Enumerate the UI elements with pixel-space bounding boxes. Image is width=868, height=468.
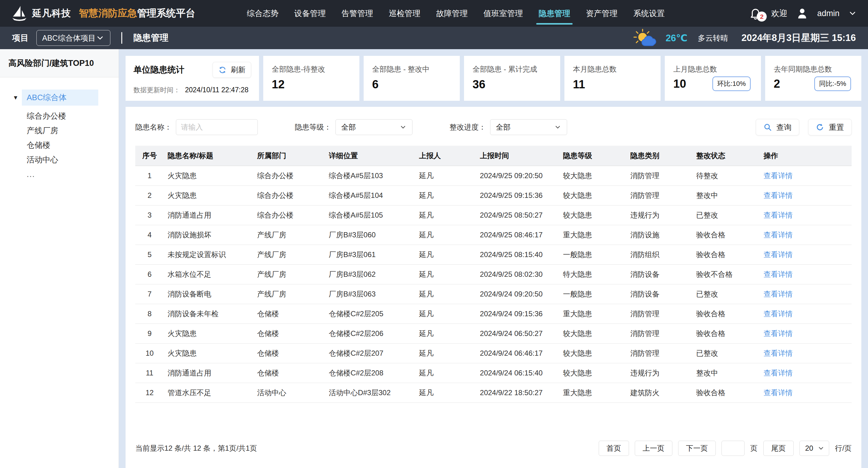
- datetime: 2024年8月3日星期三 15:16: [742, 32, 856, 44]
- cell-report-time: 2024/9/25 08:02:30: [476, 265, 559, 284]
- view-detail-link[interactable]: 查看详情: [764, 251, 793, 259]
- rows-per-page-label: 行/页: [835, 443, 851, 453]
- cell-title: 消防通道占用: [164, 363, 253, 383]
- level-select[interactable]: 全部: [335, 119, 412, 135]
- first-page-button[interactable]: 首页: [599, 441, 629, 456]
- nav-item[interactable]: 综合态势: [247, 1, 278, 26]
- view-detail-link[interactable]: 查看详情: [764, 231, 793, 239]
- column-header: 隐患名称/标题: [164, 146, 253, 166]
- cell-level: 重大隐患: [559, 304, 627, 324]
- progress-select[interactable]: 全部: [490, 119, 567, 135]
- cell-level: 一般隐患: [559, 245, 627, 265]
- cell-category: 消防设备: [627, 284, 692, 304]
- search-icon: [763, 123, 772, 131]
- stat-card-value: 12: [272, 78, 284, 91]
- cell-title: 火灾隐患: [164, 324, 253, 344]
- username[interactable]: admin: [817, 9, 839, 18]
- progress-filter-label: 整改进度：: [450, 122, 486, 132]
- filter-level-group: 隐患等级： 全部: [295, 119, 412, 135]
- refresh-button[interactable]: 刷新: [213, 62, 251, 78]
- table-row: 9火灾隐患仓储楼仓储楼C#2层206延凡2024/9/24 06:50:27较大…: [135, 324, 851, 344]
- view-detail-link[interactable]: 查看详情: [764, 172, 793, 180]
- cell-actions: 查看详情: [760, 166, 851, 186]
- chevron-down-icon: [96, 33, 105, 42]
- prev-page-button[interactable]: 上一页: [635, 441, 672, 456]
- view-detail-link[interactable]: 查看详情: [764, 388, 793, 397]
- nav-item[interactable]: 隐患管理: [539, 1, 570, 26]
- nav-item[interactable]: 巡检管理: [389, 1, 420, 26]
- search-button[interactable]: 查询: [756, 119, 799, 135]
- tree-root-label: ABC综合体: [22, 90, 98, 106]
- cell-title: 火灾隐患: [164, 186, 253, 205]
- main-content: 单位隐患统计 刷新 数据更新时间： 2024/10/11 22:47:28: [119, 49, 868, 468]
- cell-actions: 查看详情: [760, 344, 851, 363]
- tree-child-item[interactable]: 活动中心: [27, 156, 119, 164]
- next-page-button[interactable]: 下一页: [678, 441, 716, 456]
- view-detail-link[interactable]: 查看详情: [764, 290, 793, 298]
- nav-item[interactable]: 设备管理: [294, 1, 326, 26]
- notification-bell-icon[interactable]: 2: [748, 6, 763, 20]
- tree-root-item[interactable]: ▼ ABC综合体: [0, 90, 119, 106]
- cell-index: 11: [135, 363, 164, 383]
- cell-category: 消防管理: [627, 186, 692, 205]
- cell-category: 消防设施: [627, 225, 692, 245]
- nav-item[interactable]: 资产管理: [586, 1, 618, 26]
- brand-rest: 管理系统平台: [137, 7, 195, 20]
- cell-location: 活动中心D#3层302: [325, 383, 415, 403]
- tree-child-item[interactable]: ...: [27, 170, 119, 178]
- stat-card-label: 去年同期隐患总数: [774, 64, 853, 74]
- hazard-panel: 隐患名称： 隐患等级： 全部 整改进度： 全部: [126, 107, 861, 468]
- filter-row: 隐患名称： 隐患等级： 全部 整改进度： 全部: [135, 119, 851, 135]
- cell-reporter: 延凡: [415, 166, 476, 186]
- cell-report-time: 2024/9/24 06:15:40: [476, 363, 559, 383]
- cell-status: 整改中: [693, 186, 760, 205]
- cell-location: 仓储楼C#2层206: [325, 324, 415, 344]
- user-avatar-icon[interactable]: [796, 7, 809, 20]
- caret-down-icon[interactable]: ▼: [13, 94, 22, 101]
- cell-location: 仓储楼C#2层207: [325, 344, 415, 363]
- view-detail-link[interactable]: 查看详情: [764, 211, 793, 219]
- nav-item[interactable]: 系统设置: [633, 1, 665, 26]
- cell-level: 较大隐患: [559, 205, 627, 225]
- reset-button[interactable]: 重置: [808, 119, 851, 135]
- cell-status: 验收合格: [693, 324, 760, 344]
- view-detail-link[interactable]: 查看详情: [764, 349, 793, 357]
- stat-card: 去年同期隐患总数2同比:-5%: [765, 56, 861, 101]
- cell-actions: 查看详情: [760, 383, 851, 403]
- view-detail-link[interactable]: 查看详情: [764, 329, 793, 338]
- hazard-name-input[interactable]: [176, 119, 258, 135]
- page-size-select[interactable]: 20: [800, 441, 830, 456]
- view-detail-link[interactable]: 查看详情: [764, 191, 793, 199]
- project-select[interactable]: ABC综合体项目: [36, 30, 111, 46]
- tree-child-item[interactable]: 产线厂房: [27, 126, 119, 135]
- top-nav: 延凡科技 智慧消防应急 管理系统平台 综合态势设备管理告警管理巡检管理故障管理值…: [0, 0, 868, 27]
- page-number-input[interactable]: [721, 441, 745, 456]
- table-row: 6水箱水位不足产线厂房厂房B#3层062延凡2024/9/25 08:02:30…: [135, 265, 851, 284]
- cell-report-time: 2024/9/24 09:15:36: [476, 304, 559, 324]
- stat-card: 全部隐患-待整改12: [263, 56, 360, 101]
- tree-child-item[interactable]: 仓储楼: [27, 141, 119, 149]
- user-menu-chevron-icon[interactable]: [848, 9, 857, 18]
- cell-status: 验收合格: [693, 245, 760, 265]
- nav-item[interactable]: 告警管理: [341, 1, 373, 26]
- filter-actions: 查询 重置: [756, 119, 851, 135]
- updated-label: 数据更新时间：: [133, 86, 180, 95]
- cell-reporter: 延凡: [415, 265, 476, 284]
- cell-index: 12: [135, 383, 164, 403]
- cell-index: 4: [135, 225, 164, 245]
- view-detail-link[interactable]: 查看详情: [764, 270, 793, 278]
- cell-status: 验收合格: [693, 383, 760, 403]
- last-page-button[interactable]: 尾页: [763, 441, 794, 456]
- project-label: 项目: [12, 32, 29, 43]
- cell-reporter: 延凡: [415, 284, 476, 304]
- cell-location: 综合楼A#5层103: [325, 166, 415, 186]
- tree-child-item[interactable]: 综合办公楼: [27, 112, 119, 120]
- view-detail-link[interactable]: 查看详情: [764, 310, 793, 318]
- nav-item[interactable]: 值班室管理: [484, 1, 523, 26]
- view-detail-link[interactable]: 查看详情: [764, 369, 793, 377]
- cell-reporter: 延凡: [415, 383, 476, 403]
- cell-department: 仓储楼: [253, 344, 325, 363]
- nav-item[interactable]: 故障管理: [436, 1, 468, 26]
- cell-report-time: 2024/9/25 09:20:50: [476, 166, 559, 186]
- table-row: 2火灾隐患综合办公楼综合楼A#5层104延凡2024/9/25 09:15:36…: [135, 186, 851, 205]
